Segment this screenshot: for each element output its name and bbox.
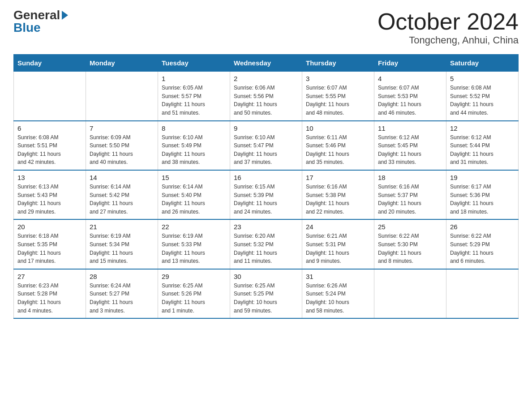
day-info: Sunrise: 6:23 AM Sunset: 5:28 PM Dayligh… (17, 282, 82, 315)
calendar-cell: 11Sunrise: 6:12 AM Sunset: 5:45 PM Dayli… (374, 121, 446, 170)
day-number: 3 (306, 75, 370, 82)
calendar-cell: 9Sunrise: 6:10 AM Sunset: 5:47 PM Daylig… (230, 121, 302, 170)
day-info: Sunrise: 6:26 AM Sunset: 5:24 PM Dayligh… (306, 282, 370, 315)
day-info: Sunrise: 6:10 AM Sunset: 5:49 PM Dayligh… (162, 133, 226, 167)
logo: General Blue (13, 9, 69, 34)
day-info: Sunrise: 6:10 AM Sunset: 5:47 PM Dayligh… (234, 133, 298, 167)
day-info: Sunrise: 6:22 AM Sunset: 5:30 PM Dayligh… (378, 232, 442, 265)
calendar-cell: 17Sunrise: 6:16 AM Sunset: 5:38 PM Dayli… (302, 170, 374, 219)
header-thursday: Thursday (302, 55, 374, 72)
day-number: 10 (306, 124, 370, 132)
calendar-cell: 24Sunrise: 6:21 AM Sunset: 5:31 PM Dayli… (302, 219, 374, 269)
calendar-cell: 5Sunrise: 6:08 AM Sunset: 5:52 PM Daylig… (446, 72, 519, 121)
day-number: 2 (234, 75, 298, 82)
day-info: Sunrise: 6:14 AM Sunset: 5:42 PM Dayligh… (90, 183, 154, 216)
day-number: 14 (90, 174, 154, 181)
day-info: Sunrise: 6:13 AM Sunset: 5:43 PM Dayligh… (17, 183, 82, 216)
day-info: Sunrise: 6:24 AM Sunset: 5:27 PM Dayligh… (90, 282, 154, 315)
calendar-cell: 15Sunrise: 6:14 AM Sunset: 5:40 PM Dayli… (158, 170, 230, 219)
day-number: 7 (90, 124, 154, 132)
day-info: Sunrise: 6:06 AM Sunset: 5:56 PM Dayligh… (234, 84, 298, 117)
calendar-cell (86, 72, 158, 121)
day-number: 21 (90, 223, 154, 231)
day-info: Sunrise: 6:08 AM Sunset: 5:52 PM Dayligh… (450, 84, 515, 117)
calendar-cell: 26Sunrise: 6:22 AM Sunset: 5:29 PM Dayli… (446, 219, 519, 269)
day-number: 6 (17, 124, 82, 132)
day-info: Sunrise: 6:25 AM Sunset: 5:26 PM Dayligh… (162, 282, 226, 315)
calendar-cell: 7Sunrise: 6:09 AM Sunset: 5:50 PM Daylig… (86, 121, 158, 170)
day-info: Sunrise: 6:16 AM Sunset: 5:38 PM Dayligh… (306, 183, 370, 216)
calendar-week-row: 1Sunrise: 6:05 AM Sunset: 5:57 PM Daylig… (14, 72, 519, 121)
calendar-cell: 28Sunrise: 6:24 AM Sunset: 5:27 PM Dayli… (86, 269, 158, 318)
calendar-cell: 31Sunrise: 6:26 AM Sunset: 5:24 PM Dayli… (302, 269, 374, 318)
calendar-cell: 12Sunrise: 6:12 AM Sunset: 5:44 PM Dayli… (446, 121, 519, 170)
header-saturday: Saturday (446, 55, 519, 72)
title-block: October 2024 Tongcheng, Anhui, China (378, 9, 519, 46)
calendar-cell: 1Sunrise: 6:05 AM Sunset: 5:57 PM Daylig… (158, 72, 230, 121)
day-info: Sunrise: 6:05 AM Sunset: 5:57 PM Dayligh… (162, 84, 226, 117)
day-number: 18 (378, 174, 442, 181)
day-info: Sunrise: 6:08 AM Sunset: 5:51 PM Dayligh… (17, 133, 82, 167)
day-info: Sunrise: 6:20 AM Sunset: 5:32 PM Dayligh… (234, 232, 298, 265)
calendar-cell (374, 269, 446, 318)
day-info: Sunrise: 6:11 AM Sunset: 5:46 PM Dayligh… (306, 133, 370, 167)
day-number: 29 (162, 273, 226, 280)
day-number: 12 (450, 124, 515, 132)
day-number: 31 (306, 273, 370, 280)
day-info: Sunrise: 6:17 AM Sunset: 5:36 PM Dayligh… (450, 183, 515, 216)
page-header: General Blue October 2024 Tongcheng, Anh… (13, 9, 519, 46)
day-number: 11 (378, 124, 442, 132)
day-info: Sunrise: 6:19 AM Sunset: 5:34 PM Dayligh… (90, 232, 154, 265)
header-monday: Monday (86, 55, 158, 72)
calendar-cell: 6Sunrise: 6:08 AM Sunset: 5:51 PM Daylig… (14, 121, 86, 170)
day-number: 17 (306, 174, 370, 181)
calendar-cell: 20Sunrise: 6:18 AM Sunset: 5:35 PM Dayli… (14, 219, 86, 269)
day-number: 13 (17, 174, 82, 181)
day-number: 20 (17, 223, 82, 231)
calendar-cell: 29Sunrise: 6:25 AM Sunset: 5:26 PM Dayli… (158, 269, 230, 318)
calendar-cell (446, 269, 519, 318)
day-number: 26 (450, 223, 515, 231)
month-title: October 2024 (378, 9, 519, 34)
calendar-cell: 8Sunrise: 6:10 AM Sunset: 5:49 PM Daylig… (158, 121, 230, 170)
calendar-cell: 21Sunrise: 6:19 AM Sunset: 5:34 PM Dayli… (86, 219, 158, 269)
day-number: 19 (450, 174, 515, 181)
calendar-cell (14, 72, 86, 121)
calendar-cell: 23Sunrise: 6:20 AM Sunset: 5:32 PM Dayli… (230, 219, 302, 269)
day-info: Sunrise: 6:12 AM Sunset: 5:45 PM Dayligh… (378, 133, 442, 167)
day-number: 1 (162, 75, 226, 82)
day-number: 24 (306, 223, 370, 231)
day-info: Sunrise: 6:15 AM Sunset: 5:39 PM Dayligh… (234, 183, 298, 216)
day-info: Sunrise: 6:18 AM Sunset: 5:35 PM Dayligh… (17, 232, 82, 265)
day-number: 5 (450, 75, 515, 82)
day-info: Sunrise: 6:07 AM Sunset: 5:53 PM Dayligh… (378, 84, 442, 117)
day-info: Sunrise: 6:22 AM Sunset: 5:29 PM Dayligh… (450, 232, 515, 265)
day-info: Sunrise: 6:16 AM Sunset: 5:37 PM Dayligh… (378, 183, 442, 216)
calendar-cell: 14Sunrise: 6:14 AM Sunset: 5:42 PM Dayli… (86, 170, 158, 219)
day-info: Sunrise: 6:19 AM Sunset: 5:33 PM Dayligh… (162, 232, 226, 265)
location-subtitle: Tongcheng, Anhui, China (378, 34, 519, 46)
calendar-cell: 25Sunrise: 6:22 AM Sunset: 5:30 PM Dayli… (374, 219, 446, 269)
calendar-cell: 30Sunrise: 6:25 AM Sunset: 5:25 PM Dayli… (230, 269, 302, 318)
calendar-cell: 27Sunrise: 6:23 AM Sunset: 5:28 PM Dayli… (14, 269, 86, 318)
calendar-cell: 13Sunrise: 6:13 AM Sunset: 5:43 PM Dayli… (14, 170, 86, 219)
day-number: 23 (234, 223, 298, 231)
header-sunday: Sunday (14, 55, 86, 72)
header-friday: Friday (374, 55, 446, 72)
day-info: Sunrise: 6:25 AM Sunset: 5:25 PM Dayligh… (234, 282, 298, 315)
day-number: 27 (17, 273, 82, 280)
calendar-table: SundayMondayTuesdayWednesdayThursdayFrid… (13, 54, 519, 319)
logo-general-text: General (13, 9, 60, 21)
day-number: 16 (234, 174, 298, 181)
logo-blue-text: Blue (13, 21, 41, 34)
day-info: Sunrise: 6:12 AM Sunset: 5:44 PM Dayligh… (450, 133, 515, 167)
calendar-week-row: 13Sunrise: 6:13 AM Sunset: 5:43 PM Dayli… (14, 170, 519, 219)
calendar-cell: 19Sunrise: 6:17 AM Sunset: 5:36 PM Dayli… (446, 170, 519, 219)
day-number: 15 (162, 174, 226, 181)
day-number: 9 (234, 124, 298, 132)
calendar-cell: 22Sunrise: 6:19 AM Sunset: 5:33 PM Dayli… (158, 219, 230, 269)
day-info: Sunrise: 6:21 AM Sunset: 5:31 PM Dayligh… (306, 232, 370, 265)
calendar-cell: 10Sunrise: 6:11 AM Sunset: 5:46 PM Dayli… (302, 121, 374, 170)
day-number: 30 (234, 273, 298, 280)
calendar-week-row: 6Sunrise: 6:08 AM Sunset: 5:51 PM Daylig… (14, 121, 519, 170)
